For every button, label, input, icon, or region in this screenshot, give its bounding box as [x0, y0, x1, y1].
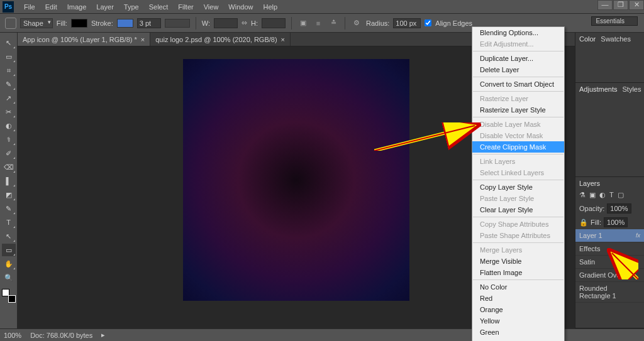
- shape-mode-dropdown[interactable]: Shape: [20, 18, 53, 28]
- stroke-style-dropdown[interactable]: [165, 19, 190, 28]
- menu-type[interactable]: Type: [119, 3, 144, 11]
- artboard[interactable]: [183, 59, 409, 301]
- stroke-swatch[interactable]: [117, 19, 133, 28]
- opacity-value[interactable]: 100%: [607, 203, 631, 214]
- menu-separator: [473, 180, 564, 180]
- menu-separator: [473, 279, 564, 280]
- hand-tool[interactable]: ✋: [2, 257, 16, 270]
- context-menu-item[interactable]: Red: [472, 293, 564, 304]
- width-field[interactable]: [214, 18, 238, 28]
- path-select-tool[interactable]: ↖: [2, 230, 16, 242]
- layer-effect-row[interactable]: Gradient Overlay: [575, 269, 644, 282]
- context-menu-item[interactable]: Rasterize Layer Style: [472, 104, 564, 116]
- menu-select[interactable]: Select: [144, 3, 174, 11]
- type-icon[interactable]: T: [609, 191, 614, 199]
- tab-close-icon[interactable]: ×: [141, 36, 145, 43]
- context-menu-item[interactable]: Merge Visible: [472, 256, 564, 267]
- tool-preset-icon[interactable]: [5, 18, 16, 29]
- path-ops-icon[interactable]: ▣: [297, 18, 309, 29]
- context-menu-item[interactable]: Blue: [472, 338, 564, 341]
- lock-icon[interactable]: 🔒: [579, 219, 588, 227]
- workspace-switcher[interactable]: Essentials: [591, 16, 638, 26]
- marquee-tool[interactable]: ▭: [2, 50, 16, 63]
- swatches-tab[interactable]: Swatches: [601, 35, 631, 43]
- context-menu-item: Disable Vector Mask: [472, 130, 564, 141]
- eyedropper-tool[interactable]: ✂: [2, 106, 16, 118]
- close-button[interactable]: ✕: [629, 0, 644, 10]
- eraser-tool[interactable]: ⌫: [2, 161, 16, 173]
- fill-swatch[interactable]: [71, 19, 87, 28]
- menu-filter[interactable]: Filter: [173, 3, 198, 11]
- context-menu-item[interactable]: Convert to Smart Object: [472, 78, 564, 90]
- context-menu-item[interactable]: Green: [472, 327, 564, 338]
- align-icon[interactable]: ≡: [313, 18, 324, 29]
- brush-tool[interactable]: ⚕: [2, 133, 16, 146]
- menu-file[interactable]: File: [19, 3, 40, 11]
- context-menu-item[interactable]: Delete Layer: [472, 64, 564, 75]
- adjust-icon[interactable]: ◐: [599, 191, 606, 199]
- pen-tool[interactable]: ✎: [2, 202, 16, 215]
- height-field[interactable]: [262, 18, 286, 28]
- zoom-tool[interactable]: 🔍: [2, 271, 16, 284]
- type-tool[interactable]: T: [2, 216, 16, 229]
- context-menu-item[interactable]: Blending Options...: [472, 27, 564, 38]
- status-arrow-icon[interactable]: ▸: [101, 331, 105, 339]
- layer-effect-row[interactable]: Satin: [575, 256, 644, 269]
- maximize-button[interactable]: ❐: [613, 0, 628, 10]
- image-icon[interactable]: ▣: [589, 191, 596, 199]
- gear-icon[interactable]: ⚙: [351, 18, 362, 29]
- healing-tool[interactable]: ◐: [2, 119, 16, 132]
- arrange-icon[interactable]: ≛: [328, 18, 339, 29]
- layer-row[interactable]: Rounded Rectangle 1: [575, 282, 644, 303]
- context-menu-item[interactable]: Duplicate Layer...: [472, 53, 564, 64]
- menu-layer[interactable]: Layer: [91, 3, 119, 11]
- layer-effect-row[interactable]: Effects: [575, 242, 644, 256]
- wand-tool[interactable]: ✎: [2, 78, 16, 90]
- stamp-tool[interactable]: ✐: [2, 147, 16, 160]
- color-tab[interactable]: Color: [579, 35, 596, 43]
- menu-image[interactable]: Image: [62, 3, 92, 11]
- layer-context-menu: Blending Options...Edit Adjustment...Dup…: [472, 26, 565, 341]
- context-menu-item[interactable]: Orange: [472, 304, 564, 315]
- zoom-level[interactable]: 100%: [4, 332, 21, 339]
- tab-title: App icon @ 100% (Layer 1, RGB/8) *: [23, 36, 137, 43]
- menu-window[interactable]: Window: [223, 3, 258, 11]
- context-menu-item[interactable]: Yellow: [472, 315, 564, 327]
- layers-tab[interactable]: Layers: [579, 180, 600, 187]
- fill-value[interactable]: 100%: [604, 217, 628, 227]
- tab-close-icon[interactable]: ×: [281, 36, 285, 43]
- context-menu-item[interactable]: No Color: [472, 281, 564, 293]
- fill-label: Fill:: [591, 219, 601, 226]
- filter-icon[interactable]: ⚗: [579, 191, 586, 199]
- lasso-tool[interactable]: ⌗: [2, 64, 16, 77]
- menu-view[interactable]: View: [199, 3, 224, 11]
- crop-tool[interactable]: ↗: [2, 92, 16, 104]
- dodge-tool[interactable]: ◩: [2, 188, 16, 201]
- context-menu-item[interactable]: Create Clipping Mask: [472, 141, 564, 153]
- context-menu-item[interactable]: Flatten Image: [472, 267, 564, 278]
- gradient-tool[interactable]: ▌: [2, 175, 16, 187]
- stroke-width-field[interactable]: 3 pt: [137, 18, 161, 28]
- context-menu-item[interactable]: Clear Layer Style: [472, 204, 564, 215]
- shape-tool[interactable]: ▭: [2, 244, 16, 256]
- doc-size[interactable]: Doc: 768.0K/0 bytes: [30, 332, 92, 339]
- fx-badge[interactable]: fx: [636, 232, 640, 239]
- document-tab-active[interactable]: App icon @ 100% (Layer 1, RGB/8) * ×: [18, 33, 150, 46]
- context-menu-item: Paste Shape Attributes: [472, 230, 564, 241]
- align-edges-checkbox[interactable]: [425, 19, 431, 26]
- fg-bg-colors[interactable]: [2, 289, 16, 303]
- shape-icon[interactable]: ▢: [618, 191, 624, 199]
- move-tool[interactable]: ↖: [2, 36, 16, 49]
- menu-help[interactable]: Help: [258, 3, 282, 11]
- radius-field[interactable]: 100 px: [393, 18, 421, 28]
- layer-row[interactable]: Layer 1 fx: [575, 229, 644, 242]
- styles-tab[interactable]: Styles: [623, 85, 641, 93]
- context-menu-item[interactable]: Copy Layer Style: [472, 181, 564, 193]
- minimize-button[interactable]: —: [597, 0, 613, 10]
- menu-edit[interactable]: Edit: [40, 3, 62, 11]
- tab-title: quiz logo 2.psd @ 100% (2020, RGB/8): [155, 36, 277, 43]
- menu-separator: [473, 117, 564, 117]
- adjustments-tab[interactable]: Adjustments: [579, 85, 618, 93]
- link-wh-icon[interactable]: ⬄: [242, 19, 247, 27]
- document-tab-inactive[interactable]: quiz logo 2.psd @ 100% (2020, RGB/8) ×: [150, 33, 291, 46]
